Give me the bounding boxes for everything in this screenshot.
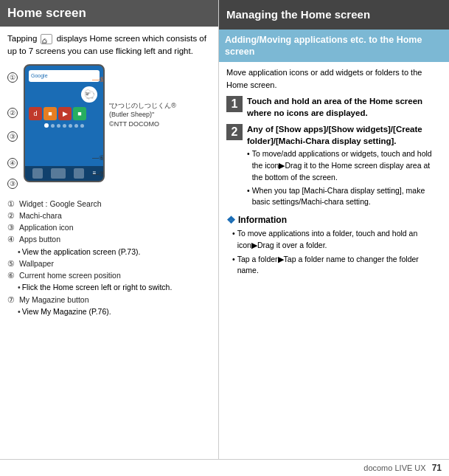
- intro-text: Tapping ⌂ displays Home screen which con…: [7, 32, 211, 58]
- bottom-icon-2: [51, 168, 66, 179]
- info-bullet-2: • Tap a folder▶Tap a folder name to chan…: [226, 254, 442, 277]
- label-2: ②: [7, 103, 19, 123]
- character-icon: 🐑: [81, 86, 97, 103]
- app-icons-row: d ■ ▶ ■: [29, 107, 100, 120]
- right-column: Managing the Home screen Adding/Moving a…: [219, 0, 449, 459]
- dots-indicator: [25, 123, 103, 128]
- info-header: ❖ Information: [226, 214, 442, 226]
- left-title: Home screen: [7, 6, 86, 20]
- left-column: Home screen Tapping ⌂ displays Home scre…: [0, 0, 219, 459]
- step-1: 1 Touch and hold an area of the Home scr…: [226, 95, 442, 119]
- sub-header-text: Adding/Moving applications etc. to the H…: [225, 35, 422, 57]
- step-1-text: Touch and hold an area of the Home scree…: [247, 95, 442, 119]
- right-content: Adding/Moving applications etc. to the H…: [219, 30, 449, 460]
- item-row-3: ③ Application icon: [7, 221, 211, 233]
- label-4: ④: [7, 154, 19, 173]
- app-icon-d: d: [29, 107, 42, 120]
- label6-arrow: —⑥: [92, 154, 105, 162]
- butler-text: "ひつじのしつじくん® (Butler Sheep)" ©NTT DOCOMO: [109, 101, 176, 129]
- sub-header: Adding/Moving applications etc. to the H…: [219, 30, 449, 63]
- label5-arrow: —⑤: [92, 76, 105, 83]
- left-content: Tapping ⌂ displays Home screen which con…: [0, 27, 218, 459]
- home-icon: ⌂: [41, 34, 52, 44]
- footer-brand: docomo LIVE UX: [363, 463, 425, 472]
- label-3b: ③: [7, 174, 19, 193]
- left-header: Home screen: [0, 0, 218, 27]
- bottom-icon-1: [32, 168, 43, 179]
- step-2-number: 2: [226, 124, 243, 140]
- label-1: ①: [7, 68, 19, 87]
- right-intro: Move application icons or add widgets or…: [226, 66, 442, 91]
- label7-arrow: —⑦: [92, 170, 105, 178]
- step-2-content: Any of [Show apps]/[Show widgets]/[Creat…: [247, 123, 442, 210]
- dot-5: [74, 124, 78, 128]
- dot-4: [69, 124, 72, 128]
- dot-2: [57, 124, 60, 128]
- item-row-7-sub: • View My Magazine (P.76).: [7, 306, 211, 317]
- phone-labels-left: ① ② ③ ④ ③: [7, 64, 19, 193]
- item-row-4: ④ Apps button: [7, 233, 211, 245]
- app-icon-3: ▶: [58, 107, 72, 120]
- item-row-5: ⑤ Wallpaper: [7, 258, 211, 269]
- info-section: ❖ Information • To move applications int…: [226, 214, 442, 277]
- footer: docomo LIVE UX 71: [0, 459, 449, 476]
- dot-6: [80, 124, 84, 128]
- app-icon-4: ■: [73, 107, 86, 120]
- info-bullet-1: • To move applications into a folder, to…: [226, 228, 442, 252]
- phone-mockup: Google 🐑 d ■ ▶ ■: [24, 64, 105, 182]
- dot-3: [63, 124, 66, 128]
- info-header-text: Information: [238, 215, 287, 225]
- phone-search-bar: Google: [29, 70, 100, 82]
- phone-area: ① ② ③ ④ ③: [7, 64, 211, 193]
- item-row-6-sub: • Flick the Home screen left or right to…: [7, 281, 211, 293]
- character-area: 🐑: [25, 83, 103, 106]
- item-row-7: ⑦ My Magazine button: [7, 294, 211, 306]
- label-3: ③: [7, 127, 19, 146]
- diamond-icon: ❖: [226, 214, 236, 226]
- step-2-sub: • To move/add applications or widgets, t…: [247, 148, 442, 208]
- bottom-icon-3: [74, 168, 84, 179]
- item-list: ① Widget : Google Search ② Machi-chara ③…: [7, 198, 211, 318]
- item-row-4-sub: • View the application screen (P.73).: [7, 246, 211, 258]
- step-2-text: Any of [Show apps]/[Show widgets]/[Creat…: [247, 123, 442, 147]
- item-row-6: ⑥ Current home screen position: [7, 269, 211, 281]
- step-2-bullet-2: • When you tap [Machi-Chara display sett…: [247, 185, 442, 209]
- right-labels: "ひつじのしつじくん® (Butler Sheep)" ©NTT DOCOMO: [109, 64, 176, 193]
- item-row-1: ① Widget : Google Search: [7, 198, 211, 210]
- step-1-number: 1: [226, 96, 243, 112]
- dot-1: [51, 124, 55, 128]
- step-2-bullet-1: • To move/add applications or widgets, t…: [247, 148, 442, 183]
- dot-active: [44, 123, 49, 128]
- item-row-2: ② Machi-chara: [7, 210, 211, 221]
- right-title: Managing the Home screen: [226, 8, 370, 21]
- footer-page: 71: [432, 463, 442, 473]
- right-header: Managing the Home screen: [219, 0, 449, 30]
- app-icon-2: ■: [43, 107, 57, 120]
- step-2: 2 Any of [Show apps]/[Show widgets]/[Cre…: [226, 123, 442, 210]
